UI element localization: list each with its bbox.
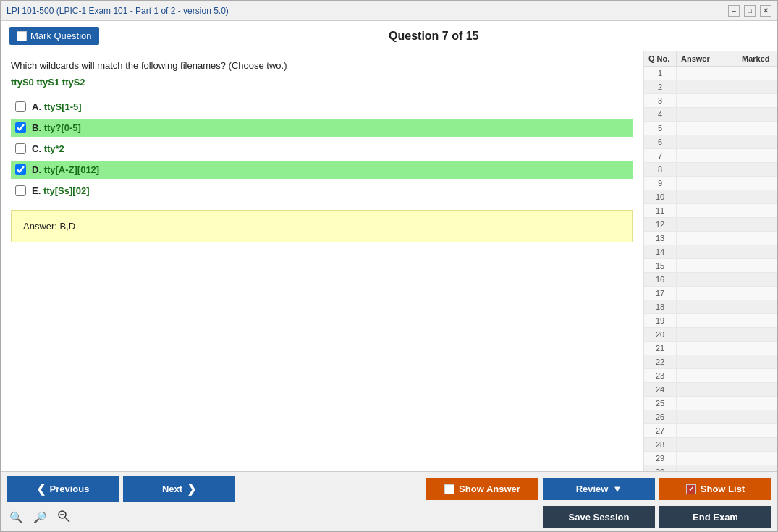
sidebar-row[interactable]: 15 xyxy=(644,259,777,273)
sidebar-cell-marked xyxy=(737,355,777,368)
sidebar-row[interactable]: 24 xyxy=(644,383,777,397)
sidebar-row[interactable]: 10 xyxy=(644,190,777,204)
sidebar-row[interactable]: 19 xyxy=(644,314,777,328)
sidebar-row[interactable]: 30 xyxy=(644,465,777,471)
sidebar-cell-num: 1 xyxy=(644,67,677,80)
sidebar-row[interactable]: 1 xyxy=(644,67,777,80)
sidebar-row[interactable]: 23 xyxy=(644,369,777,383)
sidebar-cell-num: 27 xyxy=(644,424,677,437)
sidebar-cell-marked xyxy=(737,108,777,121)
sidebar-row[interactable]: 16 xyxy=(644,273,777,287)
zoom-in-button[interactable]: 🔍 xyxy=(7,510,26,525)
sidebar-cell-marked xyxy=(737,259,777,272)
sidebar-cell-marked xyxy=(737,424,777,437)
sidebar-cell-answer xyxy=(677,342,737,355)
sidebar-cell-answer xyxy=(677,218,737,231)
sidebar-row[interactable]: 20 xyxy=(644,328,777,342)
close-button[interactable]: ✕ xyxy=(760,5,771,17)
sidebar-row[interactable]: 7 xyxy=(644,149,777,163)
maximize-button[interactable]: □ xyxy=(744,5,756,17)
end-exam-label: End Exam xyxy=(693,512,738,523)
sidebar-row[interactable]: 21 xyxy=(644,342,777,355)
sidebar-row[interactable]: 2 xyxy=(644,80,777,94)
next-button[interactable]: Next ❯ xyxy=(123,476,235,502)
sidebar-row[interactable]: 26 xyxy=(644,410,777,424)
option-row-d: D. tty[A-Z][012] xyxy=(11,161,633,179)
sidebar-cell-num: 18 xyxy=(644,300,677,313)
show-list-button[interactable]: ✓ Show List xyxy=(659,478,771,500)
sidebar-row[interactable]: 28 xyxy=(644,438,777,452)
sidebar-cell-num: 8 xyxy=(644,163,677,176)
sidebar-cell-marked xyxy=(737,410,777,423)
sidebar-row[interactable]: 18 xyxy=(644,300,777,314)
option-checkbox-c[interactable] xyxy=(15,143,26,154)
sidebar-cell-marked xyxy=(737,273,777,286)
sidebar-cell-answer xyxy=(677,287,737,300)
sidebar-cell-answer xyxy=(677,273,737,286)
sidebar-cell-answer xyxy=(677,397,737,410)
sidebar-cell-answer xyxy=(677,452,737,465)
sidebar-cell-answer xyxy=(677,465,737,471)
end-exam-button[interactable]: End Exam xyxy=(659,506,771,528)
sidebar-row[interactable]: 9 xyxy=(644,177,777,190)
main-content: Which wildcards will match the following… xyxy=(1,51,643,471)
zoom-out-button[interactable] xyxy=(54,508,73,526)
sidebar-cell-num: 14 xyxy=(644,245,677,258)
save-session-button[interactable]: Save Session xyxy=(543,506,655,528)
sidebar-row[interactable]: 5 xyxy=(644,122,777,135)
sidebar-row[interactable]: 14 xyxy=(644,245,777,259)
sidebar-row[interactable]: 27 xyxy=(644,424,777,438)
sidebar-row[interactable]: 8 xyxy=(644,163,777,177)
show-answer-label: Show Answer xyxy=(459,484,520,494)
show-list-checkbox-icon: ✓ xyxy=(686,484,696,494)
review-button[interactable]: Review ▼ xyxy=(543,478,655,500)
sidebar-row[interactable]: 12 xyxy=(644,218,777,232)
sidebar-cell-answer xyxy=(677,190,737,203)
sidebar-row[interactable]: 4 xyxy=(644,108,777,122)
show-answer-button[interactable]: Show Answer xyxy=(426,478,538,500)
sidebar-row[interactable]: 3 xyxy=(644,94,777,108)
sidebar-cell-num: 26 xyxy=(644,410,677,423)
sidebar-header-answer: Answer xyxy=(677,51,737,66)
sidebar-cell-marked xyxy=(737,465,777,471)
sidebar-cell-marked xyxy=(737,149,777,162)
mark-question-label: Mark Question xyxy=(30,30,92,41)
sidebar-row[interactable]: 11 xyxy=(644,204,777,218)
window-title: LPI 101-500 (LPIC-1 Exam 101 - Part 1 of… xyxy=(7,6,229,16)
previous-button[interactable]: ❮ Previous xyxy=(7,476,119,502)
sidebar-row[interactable]: 13 xyxy=(644,232,777,245)
sidebar-row[interactable]: 25 xyxy=(644,397,777,410)
save-session-label: Save Session xyxy=(569,512,630,523)
sidebar-cell-marked xyxy=(737,135,777,148)
sidebar-cell-answer xyxy=(677,328,737,341)
minimize-button[interactable]: – xyxy=(728,5,740,17)
sidebar-row[interactable]: 6 xyxy=(644,135,777,149)
option-checkbox-a[interactable] xyxy=(15,101,26,112)
option-checkbox-d[interactable] xyxy=(15,164,26,175)
option-checkbox-b[interactable] xyxy=(15,122,26,133)
mark-question-button[interactable]: Mark Question xyxy=(9,27,99,45)
sidebar-cell-answer xyxy=(677,314,737,327)
sidebar-cell-answer xyxy=(677,149,737,162)
svg-line-1 xyxy=(65,518,69,522)
sidebar-cell-marked xyxy=(737,177,777,190)
sidebar-cell-num: 20 xyxy=(644,328,677,341)
next-chevron-icon: ❯ xyxy=(187,482,196,496)
sidebar-row[interactable]: 22 xyxy=(644,355,777,369)
sidebar-cell-answer xyxy=(677,177,737,190)
sidebar-cell-answer xyxy=(677,424,737,437)
sidebar-cell-num: 4 xyxy=(644,108,677,121)
sidebar-cell-answer xyxy=(677,163,737,176)
sidebar-cell-answer xyxy=(677,108,737,121)
question-text: Which wildcards will match the following… xyxy=(11,60,633,71)
main-container: Mark Question Question 7 of 15 Which wil… xyxy=(1,21,777,532)
zoom-reset-button[interactable]: 🔎 xyxy=(30,510,50,525)
sidebar-row[interactable]: 29 xyxy=(644,452,777,465)
sidebar-cell-marked xyxy=(737,383,777,396)
sidebar-row[interactable]: 17 xyxy=(644,287,777,300)
mark-checkbox-icon xyxy=(17,31,27,41)
option-checkbox-e[interactable] xyxy=(15,185,26,196)
option-row-a: A. ttyS[1-5] xyxy=(11,98,633,116)
sidebar-cell-answer xyxy=(677,355,737,368)
sidebar-cell-marked xyxy=(737,80,777,93)
